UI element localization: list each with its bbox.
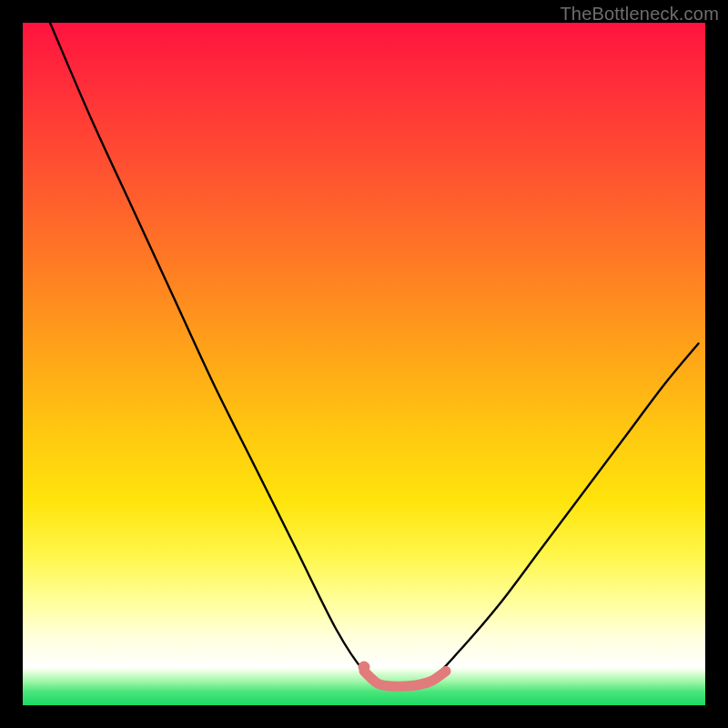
chart-plot-area	[23, 23, 705, 705]
optimal-marker-dot	[359, 662, 370, 673]
app-frame: TheBottleneck.com	[0, 0, 728, 728]
bottleneck-curve-path	[50, 23, 699, 686]
chart-svg	[23, 23, 705, 705]
optimal-range-path	[364, 672, 446, 687]
watermark-text: TheBottleneck.com	[560, 4, 719, 25]
